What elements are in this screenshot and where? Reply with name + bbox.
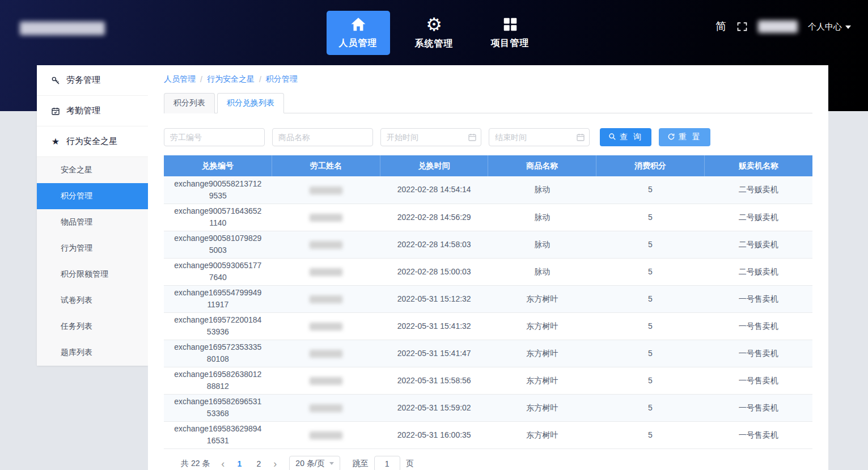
- tab-points-list[interactable]: 积分列表: [164, 93, 215, 113]
- cell-exchange-id: exchange9005716436521140: [164, 204, 272, 231]
- refresh-icon: [667, 133, 675, 142]
- cell-worker-name: [272, 367, 380, 394]
- end-time-input[interactable]: [489, 128, 590, 146]
- cell-points-spent: 5: [596, 285, 705, 312]
- column-header-points-spent: 消费积分: [596, 155, 705, 176]
- breadcrumb-item[interactable]: 行为安全之星: [207, 74, 255, 84]
- column-header-exchange-time: 兑换时间: [380, 155, 488, 176]
- cell-vending-machine: 一号售卖机: [704, 394, 812, 421]
- page-button-2[interactable]: 2: [252, 457, 265, 470]
- jump-to-label: 跳至: [353, 459, 369, 469]
- sidebar-item-points-management[interactable]: 积分管理: [37, 183, 148, 209]
- sidebar-item-labor[interactable]: 劳务管理: [37, 65, 148, 96]
- cell-exchange-id: exchange16955479994911917: [164, 285, 272, 312]
- page-button-1[interactable]: 1: [232, 457, 246, 470]
- tab-bar: 积分列表 积分兑换列表: [164, 92, 812, 113]
- worker-name-redacted: [310, 187, 342, 194]
- cell-product-name: 东方树叶: [488, 285, 596, 312]
- cell-exchange-time: 2022-05-31 16:00:35: [380, 421, 488, 448]
- cell-vending-machine: 一号售卖机: [704, 367, 812, 394]
- cell-worker-name: [272, 394, 380, 421]
- breadcrumb: 人员管理 / 行为安全之星 / 积分管理: [164, 65, 812, 84]
- search-button[interactable]: 查 询: [600, 128, 651, 146]
- cell-worker-name: [272, 204, 380, 231]
- cell-worker-name: [272, 285, 380, 312]
- cell-product-name: 脉动: [488, 258, 596, 285]
- breadcrumb-item[interactable]: 积分管理: [266, 74, 298, 84]
- cell-product-name: 东方树叶: [488, 421, 596, 448]
- sidebar-item-exam-list[interactable]: 试卷列表: [37, 287, 148, 314]
- worker-name-redacted: [310, 404, 342, 412]
- tab-points-exchange-list[interactable]: 积分兑换列表: [217, 93, 284, 113]
- cell-points-spent: 5: [596, 421, 705, 448]
- cell-worker-name: [272, 176, 380, 204]
- prev-page-button[interactable]: ‹: [219, 459, 227, 469]
- start-time-input[interactable]: [380, 128, 481, 146]
- product-name-input[interactable]: [272, 128, 373, 146]
- cell-worker-name: [272, 231, 380, 258]
- worker-name-redacted: [310, 350, 342, 358]
- cell-points-spent: 5: [596, 394, 705, 421]
- cell-exchange-id: exchange9005582137129535: [164, 176, 272, 204]
- table-row: exchange16955479994911917 2022-05-31 15:…: [164, 285, 812, 312]
- sidebar-item-behavior-safety-star[interactable]: ★ 行为安全之星: [37, 126, 148, 157]
- sidebar-item-points-limit[interactable]: 积分限额管理: [37, 261, 148, 287]
- table-header: 兑换编号 劳工姓名 兑换时间 商品名称 消费积分 贩卖机名称: [164, 155, 812, 176]
- cell-vending-machine: 二号贩卖机: [704, 258, 812, 285]
- table-row: exchange9005582137129535 2022-02-28 14:5…: [164, 176, 812, 204]
- calendar-check-icon: [50, 106, 61, 116]
- sidebar-item-label: 行为安全之星: [66, 136, 117, 147]
- cell-points-spent: 5: [596, 231, 705, 258]
- cell-product-name: 东方树叶: [488, 340, 596, 367]
- sidebar-item-task-list[interactable]: 任务列表: [37, 314, 148, 340]
- sidebar-item-item-management[interactable]: 物品管理: [37, 209, 148, 235]
- worker-name-redacted: [310, 323, 342, 331]
- nav-item-system[interactable]: ⚙ 系统管理: [403, 11, 466, 55]
- cell-worker-name: [272, 421, 380, 448]
- sidebar-submenu: 安全之星 积分管理 物品管理 行为管理 积分限额管理 试卷列表 任务列表 题库列…: [37, 157, 148, 366]
- sidebar-item-attendance[interactable]: 考勤管理: [37, 96, 148, 126]
- column-header-vending-machine: 贩卖机名称: [704, 155, 812, 176]
- sidebar-item-safety-star[interactable]: 安全之星: [37, 157, 148, 183]
- reset-button[interactable]: 重 置: [659, 128, 710, 146]
- worker-name-redacted: [310, 431, 342, 439]
- worker-name-redacted: [310, 214, 342, 222]
- cell-product-name: 脉动: [488, 204, 596, 231]
- cell-exchange-id: exchange16958362989416531: [164, 421, 272, 448]
- sidebar-item-behavior-management[interactable]: 行为管理: [37, 235, 148, 261]
- cell-exchange-time: 2022-02-28 14:56:29: [380, 204, 488, 231]
- cell-vending-machine: 一号售卖机: [704, 312, 812, 340]
- table-row: exchange16957235333580108 2022-05-31 15:…: [164, 340, 812, 367]
- worker-name-redacted: [310, 377, 342, 385]
- sidebar-item-label: 劳务管理: [66, 75, 100, 86]
- nav-item-personnel[interactable]: 人员管理: [327, 11, 390, 55]
- cell-worker-name: [272, 312, 380, 340]
- cell-exchange-id: exchange16958269653153368: [164, 394, 272, 421]
- top-header: 人员管理 ⚙ 系统管理 项目管理 简 个人中心: [0, 0, 868, 65]
- cell-exchange-time: 2022-02-28 15:00:03: [380, 258, 488, 285]
- column-header-product-name: 商品名称: [488, 155, 596, 176]
- user-center-menu[interactable]: 个人中心: [808, 22, 851, 32]
- worker-id-input[interactable]: [164, 128, 265, 146]
- start-time-field: [380, 128, 481, 146]
- worker-name-redacted: [310, 241, 342, 249]
- key-icon: [50, 75, 61, 86]
- cell-vending-machine: 二号贩卖机: [704, 176, 812, 204]
- cell-exchange-time: 2022-05-31 15:41:47: [380, 340, 488, 367]
- chevron-down-icon: [329, 462, 334, 465]
- column-header-worker-name: 劳工姓名: [272, 155, 380, 176]
- cell-exchange-time: 2022-02-28 14:58:03: [380, 231, 488, 258]
- sidebar-item-question-bank[interactable]: 题库列表: [37, 340, 148, 366]
- nav-item-project[interactable]: 项目管理: [479, 11, 542, 55]
- table-row: exchange16958263801288812 2022-05-31 15:…: [164, 367, 812, 394]
- cell-product-name: 东方树叶: [488, 367, 596, 394]
- cell-exchange-time: 2022-02-28 14:54:14: [380, 176, 488, 204]
- page-size-select[interactable]: 20 条/页: [289, 456, 340, 470]
- table-row: exchange16958269653153368 2022-05-31 15:…: [164, 394, 812, 421]
- fullscreen-icon[interactable]: [736, 21, 748, 32]
- nav-label: 系统管理: [415, 38, 454, 50]
- language-toggle[interactable]: 简: [715, 19, 726, 34]
- jump-to-page-input[interactable]: [374, 456, 400, 470]
- next-page-button[interactable]: ›: [271, 459, 279, 469]
- breadcrumb-item[interactable]: 人员管理: [164, 74, 196, 84]
